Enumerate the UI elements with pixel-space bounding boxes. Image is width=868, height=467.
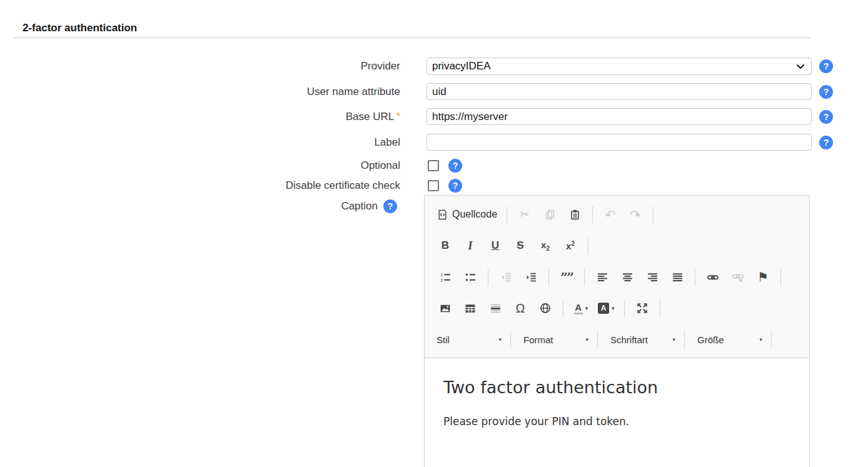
- optional-help-icon[interactable]: ?: [448, 159, 462, 173]
- optional-checkbox[interactable]: [428, 160, 439, 171]
- font-combo-label: Schriftart: [610, 334, 648, 345]
- italic-icon: I: [468, 239, 472, 253]
- underline-button[interactable]: U: [486, 236, 505, 256]
- image-icon: [440, 303, 451, 314]
- toolbar-separator: [780, 269, 781, 286]
- subscript-mark: 2: [546, 245, 550, 252]
- toolbar-separator: [548, 269, 549, 286]
- italic-button[interactable]: I: [461, 236, 480, 256]
- undo-icon: ↶: [605, 208, 616, 221]
- caption-row: Caption ?: [0, 199, 397, 214]
- redo-button: ↷: [626, 204, 645, 224]
- toolbar-separator: [592, 206, 593, 223]
- cut-icon: ✂: [520, 209, 530, 220]
- blockquote-button[interactable]: ””: [557, 267, 576, 287]
- special-char-button[interactable]: Ω: [511, 298, 530, 318]
- label-help-icon[interactable]: ?: [819, 136, 833, 149]
- provider-help-icon[interactable]: ?: [819, 59, 833, 73]
- subscript-button[interactable]: x2: [536, 236, 555, 256]
- required-marker: *: [396, 110, 400, 121]
- font-combo[interactable]: Schriftart ▾: [608, 329, 678, 349]
- bold-button[interactable]: B: [436, 236, 455, 256]
- disable-cert-checkbox[interactable]: [428, 180, 439, 191]
- styles-combo-caret-icon: ▾: [498, 336, 502, 343]
- caption-label: Caption: [341, 200, 378, 213]
- caption-help-icon[interactable]: ?: [383, 199, 397, 213]
- superscript-button[interactable]: x2: [561, 236, 580, 256]
- bulleted-list-icon: [465, 272, 476, 283]
- provider-select[interactable]: privacyIDEA: [426, 58, 812, 75]
- align-left-icon: [597, 272, 608, 283]
- optional-row: Optional ?: [0, 158, 868, 174]
- iframe-button[interactable]: [536, 298, 555, 318]
- superscript-icon: x2: [566, 240, 575, 251]
- image-button[interactable]: [436, 298, 455, 318]
- styles-combo[interactable]: Stil ▾: [434, 329, 504, 349]
- toolbar-separator: [584, 269, 585, 286]
- horizontal-rule-button[interactable]: [486, 298, 505, 318]
- disable-cert-row: Disable certificate check ?: [0, 178, 868, 194]
- numbered-list-icon: 1 2: [440, 272, 451, 283]
- styles-combo-label: Stil: [437, 334, 450, 345]
- bg-color-icon: A: [598, 303, 609, 314]
- anchor-flag-icon: ⚑: [757, 271, 769, 283]
- globe-icon: [540, 303, 551, 314]
- toolbar-row-3: 1 2: [433, 261, 803, 293]
- align-center-icon: [622, 272, 633, 283]
- source-code-icon: [437, 209, 448, 220]
- size-combo[interactable]: Größe ▾: [695, 329, 765, 349]
- align-right-button[interactable]: [643, 267, 662, 287]
- username-attribute-help-icon[interactable]: ?: [819, 85, 833, 99]
- toolbar-separator: [507, 206, 507, 223]
- base-url-help-icon[interactable]: ?: [819, 110, 833, 124]
- superscript-mark: 2: [571, 240, 575, 247]
- toolbar-separator: [684, 331, 685, 348]
- toolbar-separator: [695, 269, 695, 286]
- paste-icon: [570, 209, 580, 220]
- strikethrough-icon: S: [517, 239, 523, 252]
- copy-icon: [545, 209, 555, 220]
- bg-color-button[interactable]: A ▾: [597, 298, 616, 318]
- toolbar-separator: [660, 300, 660, 317]
- username-attribute-row: User name attribute ?: [0, 83, 868, 100]
- editor-content-area[interactable]: Two factor authentication Please provide…: [425, 378, 809, 428]
- toolbar-separator: [653, 206, 654, 223]
- align-left-button[interactable]: [593, 267, 612, 287]
- disable-cert-help-icon[interactable]: ?: [448, 179, 462, 193]
- bg-color-letter: A: [601, 304, 607, 313]
- paste-button[interactable]: [565, 204, 584, 224]
- table-button[interactable]: [461, 298, 480, 318]
- strikethrough-button[interactable]: S: [511, 236, 530, 256]
- toolbar-separator: [624, 300, 625, 317]
- base-url-input[interactable]: [426, 108, 812, 125]
- text-color-bar: [574, 313, 583, 314]
- outdent-icon: [501, 272, 512, 283]
- format-combo-caret-icon: ▾: [585, 336, 588, 343]
- toolbar-row-4: Ω A ▾ A ▾: [433, 293, 803, 324]
- horizontal-rule-icon: [490, 303, 501, 314]
- source-button[interactable]: Quellcode: [436, 204, 498, 224]
- base-url-label-text: Base URL: [346, 111, 394, 123]
- format-combo-label: Format: [523, 334, 553, 345]
- bulleted-list-button[interactable]: [461, 267, 480, 287]
- label-field-label: Label: [374, 136, 400, 149]
- outdent-button: [497, 267, 515, 287]
- anchor-button[interactable]: ⚑: [754, 267, 772, 287]
- toolbar-row-5: Stil ▾ Format ▾ Schriftart ▾ Größe ▾: [433, 324, 803, 355]
- optional-label: Optional: [361, 159, 400, 172]
- maximize-button[interactable]: [633, 298, 652, 318]
- link-button[interactable]: [704, 267, 722, 287]
- username-attribute-input[interactable]: [426, 83, 812, 100]
- indent-button[interactable]: [522, 267, 540, 287]
- maximize-icon: [637, 303, 648, 314]
- label-input[interactable]: [426, 134, 812, 151]
- numbered-list-button[interactable]: 1 2: [436, 267, 455, 287]
- align-center-button[interactable]: [618, 267, 637, 287]
- text-color-button[interactable]: A ▾: [572, 298, 590, 318]
- text-color-letter: A: [575, 303, 582, 312]
- format-combo[interactable]: Format ▾: [521, 329, 591, 349]
- toolbar-separator: [563, 300, 563, 317]
- toolbar-separator: [588, 238, 588, 254]
- underline-icon: U: [492, 239, 499, 252]
- justify-button[interactable]: [668, 267, 687, 287]
